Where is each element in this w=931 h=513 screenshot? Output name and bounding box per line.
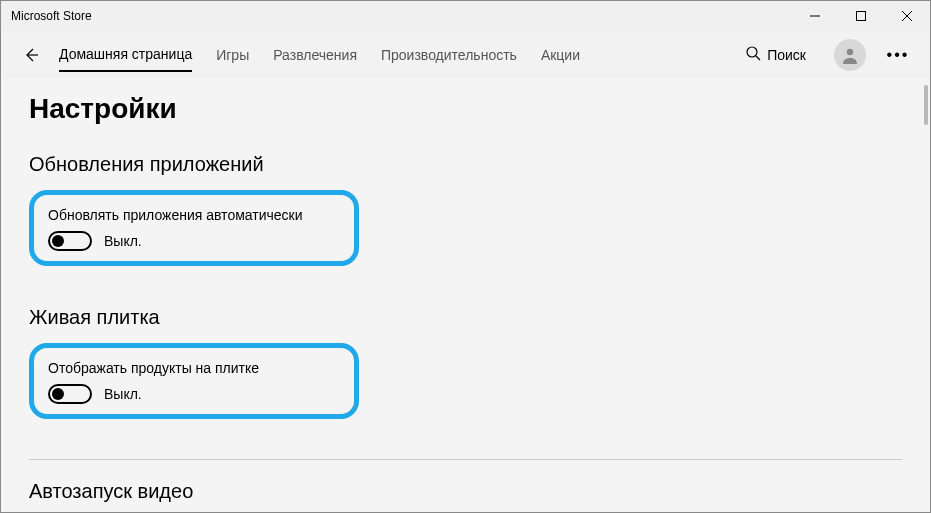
tab-deals[interactable]: Акции xyxy=(541,39,580,71)
svg-line-6 xyxy=(756,56,760,60)
window-title: Microsoft Store xyxy=(11,9,92,23)
tab-home[interactable]: Домашняя страница xyxy=(59,38,192,72)
toggle-state-auto-update: Выкл. xyxy=(104,233,142,249)
toggle-state-live-tile: Выкл. xyxy=(104,386,142,402)
more-button[interactable]: ••• xyxy=(880,39,916,71)
scrollbar-thumb[interactable] xyxy=(924,85,928,125)
section-title-updates: Обновления приложений xyxy=(29,153,902,176)
svg-point-7 xyxy=(847,49,853,55)
toggle-row-auto-update: Выкл. xyxy=(48,231,340,251)
account-avatar[interactable] xyxy=(834,39,866,71)
toggle-row-live-tile: Выкл. xyxy=(48,384,340,404)
highlight-box-live-tile: Отображать продукты на плитке Выкл. xyxy=(29,343,359,419)
maximize-button[interactable] xyxy=(838,1,884,31)
search-button[interactable]: Поиск xyxy=(737,41,814,69)
setting-label-live-tile: Отображать продукты на плитке xyxy=(48,360,340,376)
app-window: Microsoft Store Домашняя страница Игры Р… xyxy=(0,0,931,513)
titlebar: Microsoft Store xyxy=(1,1,930,31)
tab-productivity[interactable]: Производительность xyxy=(381,39,517,71)
search-icon xyxy=(745,45,761,65)
ellipsis-icon: ••• xyxy=(887,46,910,64)
tab-games[interactable]: Игры xyxy=(216,39,249,71)
highlight-box-updates: Обновлять приложения автоматически Выкл. xyxy=(29,190,359,266)
content-wrap: Настройки Обновления приложений Обновлят… xyxy=(1,79,930,512)
top-nav: Домашняя страница Игры Развлечения Произ… xyxy=(1,31,930,79)
minimize-button[interactable] xyxy=(792,1,838,31)
svg-point-5 xyxy=(747,47,757,57)
section-live-tile: Живая плитка Отображать продукты на плит… xyxy=(29,306,902,419)
section-title-video-autoplay: Автозапуск видео xyxy=(29,480,902,503)
svg-rect-1 xyxy=(857,12,866,21)
toggle-knob xyxy=(52,235,64,247)
settings-content[interactable]: Настройки Обновления приложений Обновлят… xyxy=(1,79,930,512)
toggle-knob xyxy=(52,388,64,400)
toggle-auto-update[interactable] xyxy=(48,231,92,251)
setting-label-auto-update: Обновлять приложения автоматически xyxy=(48,207,340,223)
search-label: Поиск xyxy=(767,47,806,63)
person-icon xyxy=(840,45,860,65)
section-divider xyxy=(29,459,902,460)
toggle-live-tile[interactable] xyxy=(48,384,92,404)
section-title-live-tile: Живая плитка xyxy=(29,306,902,329)
section-app-updates: Обновления приложений Обновлять приложен… xyxy=(29,153,902,266)
page-title: Настройки xyxy=(29,93,902,125)
tab-entertainment[interactable]: Развлечения xyxy=(273,39,357,71)
nav-tabs: Домашняя страница Игры Развлечения Произ… xyxy=(59,38,580,72)
back-button[interactable] xyxy=(15,39,47,71)
close-button[interactable] xyxy=(884,1,930,31)
window-controls xyxy=(792,1,930,31)
section-video-autoplay: Автозапуск видео xyxy=(29,480,902,503)
